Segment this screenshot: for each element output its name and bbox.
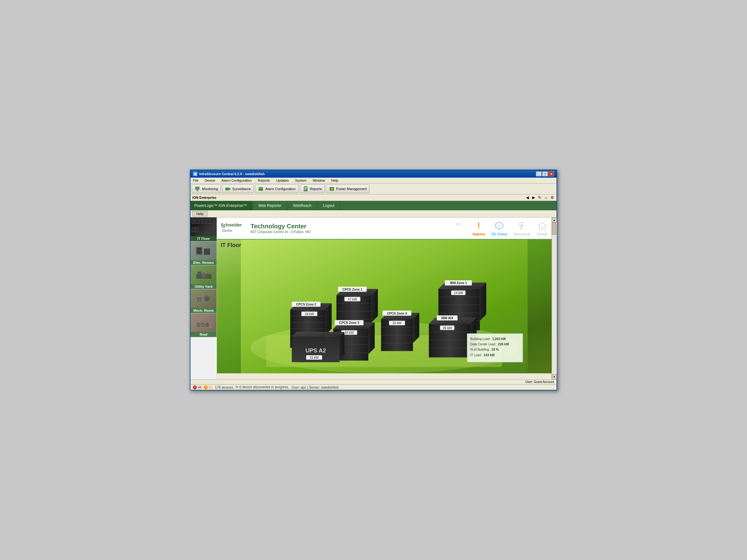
svg-rect-0: [195, 187, 200, 190]
svg-text:Data Center Load : 226 kW: Data Center Load : 226 kW: [470, 343, 509, 346]
menu-help[interactable]: Help: [330, 178, 340, 183]
electrical-icon: [517, 221, 526, 230]
status-bar: ✕ 48 ! 50 178 devices ⟳ 0 device discove…: [190, 384, 557, 390]
nav-back-icon[interactable]: ◀: [525, 195, 530, 200]
se-nav-reports[interactable]: Reports: [452, 220, 466, 236]
warning-icon: !: [204, 385, 208, 389]
menu-window[interactable]: Window: [312, 178, 326, 183]
svg-rect-32: [198, 324, 200, 326]
address-label: ION Enterprise: [192, 196, 216, 199]
monitoring-button[interactable]: Monitoring: [192, 185, 221, 193]
ion-nav-logout[interactable]: Logout: [317, 201, 340, 210]
se-nav-3dviews[interactable]: 3D Views: [491, 220, 507, 236]
se-nav-electrical[interactable]: Electrical: [514, 220, 531, 236]
ion-nav-webreach[interactable]: WebReach: [287, 201, 317, 210]
mini-rack-6: [210, 219, 213, 224]
help-bar: Help: [190, 210, 557, 217]
svg-marker-47: [538, 222, 546, 229]
power-mgmt-label: Power Management: [336, 187, 367, 191]
sidebar-img-itfloor: [190, 217, 216, 236]
ion-nav-bar: PowerLogic™ ION Enterprise™ Web Reporter…: [190, 201, 557, 210]
svg-rect-19: [198, 272, 201, 277]
minimize-button[interactable]: _: [536, 171, 542, 177]
reports-nav-icon: [454, 220, 465, 231]
main-area: IT Floor Elec. Rooms: [190, 217, 557, 379]
svg-text:UPS A2: UPS A2: [305, 347, 326, 354]
discoveries-label: 0 device discoveries in progress.: [239, 385, 289, 389]
alarm-icon: [258, 186, 264, 192]
home-icon: [538, 221, 547, 230]
monitor-icon: [195, 186, 201, 192]
close-button[interactable]: ✕: [548, 171, 554, 177]
svg-text:Schneider: Schneider: [221, 222, 242, 228]
menu-reports[interactable]: Reports: [257, 178, 272, 183]
sidebar-label-elecrooms: Elec. Rooms: [190, 260, 216, 265]
toolbar: Monitoring Surveillance Alarm Configurat…: [190, 184, 557, 194]
sidebar-label-itfloor: IT Floor: [190, 236, 216, 241]
nav-forward-icon[interactable]: ▶: [531, 195, 536, 200]
sidebar-img-mechroom: [190, 289, 216, 308]
ion-nav-webreporter[interactable]: Web Reporter: [253, 201, 287, 210]
mini-rack-5: [207, 219, 210, 224]
svg-text:47 kW: 47 kW: [348, 298, 357, 301]
svg-point-25: [205, 297, 209, 300]
svg-rect-31: [206, 323, 209, 327]
scroll-thumb[interactable]: [552, 222, 556, 235]
alarms-nav-icon: !: [473, 220, 484, 231]
svg-marker-116: [340, 332, 344, 359]
svg-rect-3: [225, 188, 229, 190]
title-bar-left: ▦ InfraStruxure Central 6.2.0 - swedishf…: [193, 172, 264, 176]
address-icons: ◀ ▶ ↻ ⌂ ⚙: [525, 195, 555, 200]
discoveries-icon: ⟳: [236, 385, 238, 389]
scroll-down-button[interactable]: ▼: [552, 374, 557, 379]
svg-rect-16: [197, 248, 201, 250]
scroll-up-button[interactable]: ▲: [552, 217, 557, 222]
mech-room-svg: [195, 292, 213, 306]
mini-rack-3: [199, 219, 202, 224]
sidebar-item-utilityyard[interactable]: Utility Yard: [190, 265, 216, 289]
home-nav-icon: [537, 220, 548, 231]
user-apc: User: apc: [292, 385, 306, 389]
menu-updates[interactable]: Updates: [275, 178, 290, 183]
nav-home-icon[interactable]: ⌂: [543, 195, 548, 200]
menu-device[interactable]: Device: [204, 178, 216, 183]
se-nav-alarms[interactable]: ! Alarms: [472, 220, 485, 236]
help-tab[interactable]: Help: [192, 211, 208, 216]
power-mgmt-button[interactable]: ⚡ Power Management: [326, 185, 369, 193]
application-window: ▦ InfraStruxure Central 6.2.0 - swedishf…: [190, 169, 557, 391]
floor-visualization-svg: CPCS Zone 2 18 kW CPCS Zone 1: [217, 240, 551, 373]
nav-refresh-icon[interactable]: ↻: [537, 195, 542, 200]
reports-icon: [303, 186, 309, 192]
app-icon: ▦: [193, 172, 197, 176]
reports-toolbar-button[interactable]: Reports: [300, 185, 325, 193]
maximize-button[interactable]: □: [542, 171, 548, 177]
alarms-nav-label: Alarms: [472, 232, 485, 236]
user-area: User: Guest Account: [190, 379, 557, 384]
sidebar-item-mechroom[interactable]: Mech. Room: [190, 289, 216, 313]
se-address: 807 Corporate Centre Dr., O'Fallon, MO: [251, 230, 452, 234]
svg-marker-4: [229, 188, 230, 190]
electrical-nav-icon: [516, 220, 527, 231]
3dviews-nav-label: 3D Views: [491, 232, 507, 236]
viz-area: Schneider Electric Technology Center 807…: [217, 217, 551, 379]
se-nav-home[interactable]: Home: [537, 220, 548, 236]
sidebar-label-utilityyard: Utility Yard: [190, 284, 216, 289]
svg-text:IT Load : 143 kW: IT Load : 143 kW: [470, 353, 495, 357]
alarm-config-button[interactable]: Alarm Configuration: [255, 185, 298, 193]
svg-rect-17: [197, 251, 201, 254]
sidebar-item-itfloor[interactable]: IT Floor: [190, 217, 216, 241]
svg-text:IBM Zone 1: IBM Zone 1: [450, 281, 467, 285]
surveillance-button[interactable]: Surveillance: [222, 185, 254, 193]
sidebar-item-elecrooms[interactable]: Elec. Rooms: [190, 241, 216, 265]
svg-rect-15: [204, 248, 210, 255]
sidebar-item-roof[interactable]: Roof: [190, 313, 216, 337]
menu-system[interactable]: System: [294, 178, 308, 183]
alarms-exclamation-icon: !: [474, 221, 483, 230]
nav-settings-icon[interactable]: ⚙: [550, 195, 555, 200]
svg-text:18 kW: 18 kW: [305, 312, 314, 316]
menu-alarm-config[interactable]: Alarm Configuration: [220, 178, 253, 183]
it-floor-3d: IT Floor: [217, 240, 551, 373]
status-warnings: ! 50: [204, 385, 212, 389]
utility-yard-svg: [195, 268, 213, 282]
menu-file[interactable]: File: [192, 178, 200, 183]
